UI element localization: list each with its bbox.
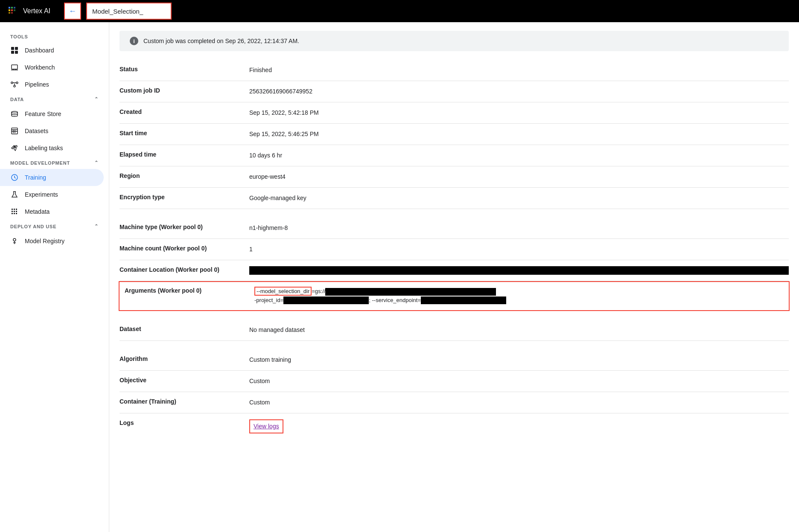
view-logs-link[interactable]: View logs bbox=[249, 419, 283, 433]
machine-type-value: n1-highmem-8 bbox=[249, 224, 789, 233]
deploy-chevron-icon: ⌃ bbox=[94, 224, 99, 229]
sidebar-item-metadata[interactable]: Metadata bbox=[0, 203, 104, 220]
svg-rect-2 bbox=[9, 9, 10, 11]
pipelines-icon bbox=[10, 80, 19, 89]
container-location-value bbox=[249, 266, 789, 275]
custom-job-id-label: Custom job ID bbox=[120, 87, 239, 94]
experiments-label: Experiments bbox=[25, 191, 58, 198]
objective-row: Objective Custom bbox=[120, 371, 789, 392]
created-row: Created Sep 15, 2022, 5:42:18 PM bbox=[120, 102, 789, 124]
container-training-row: Container (Training) Custom bbox=[120, 392, 789, 413]
tools-section-label: TOOLS bbox=[0, 29, 109, 42]
algorithm-row: Algorithm Custom training bbox=[120, 349, 789, 371]
metadata-label: Metadata bbox=[25, 208, 50, 215]
elapsed-time-value: 10 days 6 hr bbox=[249, 151, 789, 160]
svg-rect-27 bbox=[14, 213, 15, 214]
encryption-type-label: Encryption type bbox=[120, 194, 239, 201]
svg-rect-7 bbox=[11, 12, 13, 14]
dashboard-label: Dashboard bbox=[25, 47, 54, 54]
back-button[interactable]: ← bbox=[64, 3, 81, 20]
svg-rect-11 bbox=[15, 51, 18, 54]
datasets-label: Datasets bbox=[25, 128, 48, 134]
sidebar-item-pipelines[interactable]: Pipelines bbox=[0, 76, 104, 93]
container-training-value: Custom bbox=[249, 398, 789, 407]
svg-rect-23 bbox=[12, 211, 13, 212]
sidebar: TOOLS Dashboard Workbench Pipelines DATA… bbox=[0, 22, 109, 532]
svg-rect-28 bbox=[16, 213, 17, 214]
encryption-type-value: Google-managed key bbox=[249, 194, 789, 203]
created-label: Created bbox=[120, 108, 239, 115]
sidebar-item-dashboard[interactable]: Dashboard bbox=[0, 42, 104, 59]
arguments-value: --model_selection_dir=gs:// -project_id=… bbox=[254, 287, 784, 305]
machine-count-value: 1 bbox=[249, 245, 789, 254]
feature-store-icon bbox=[10, 110, 19, 118]
svg-rect-1 bbox=[11, 7, 13, 9]
svg-rect-9 bbox=[15, 47, 18, 50]
status-label: Status bbox=[120, 66, 239, 73]
machine-count-label: Machine count (Worker pool 0) bbox=[120, 245, 239, 252]
info-banner: i Custom job was completed on Sep 26, 20… bbox=[120, 31, 789, 51]
svg-rect-10 bbox=[11, 51, 14, 54]
region-label: Region bbox=[120, 172, 239, 179]
model-registry-label: Model Registry bbox=[25, 238, 64, 244]
sidebar-item-labeling-tasks[interactable]: Labeling tasks bbox=[0, 140, 104, 157]
svg-rect-8 bbox=[11, 47, 14, 50]
sidebar-item-training[interactable]: Training bbox=[0, 169, 104, 186]
deploy-section-header: DEPLOY AND USE ⌃ bbox=[0, 220, 109, 233]
custom-job-id-value: 2563266169066749952 bbox=[249, 87, 789, 96]
container-training-label: Container (Training) bbox=[120, 398, 239, 405]
svg-rect-20 bbox=[12, 209, 13, 210]
main-content: i Custom job was completed on Sep 26, 20… bbox=[109, 22, 799, 532]
sidebar-item-datasets[interactable]: Datasets bbox=[0, 122, 104, 140]
top-header: Vertex AI ← Model_Selection_ bbox=[0, 0, 799, 22]
model-dev-chevron-icon: ⌃ bbox=[94, 160, 99, 166]
svg-rect-4 bbox=[14, 7, 15, 9]
region-value: europe-west4 bbox=[249, 172, 789, 181]
custom-job-id-row: Custom job ID 2563266169066749952 bbox=[120, 81, 789, 102]
svg-rect-24 bbox=[14, 211, 15, 212]
data-chevron-icon: ⌃ bbox=[94, 96, 99, 102]
objective-value: Custom bbox=[249, 377, 789, 386]
svg-rect-17 bbox=[12, 128, 17, 134]
svg-point-18 bbox=[15, 145, 17, 147]
sidebar-item-feature-store[interactable]: Feature Store bbox=[0, 105, 104, 122]
logs-value: View logs bbox=[249, 419, 789, 433]
banner-text: Custom job was completed on Sep 26, 2022… bbox=[143, 38, 299, 44]
encryption-type-row: Encryption type Google-managed key bbox=[120, 188, 789, 209]
arguments-row: Arguments (Worker pool 0) --model_select… bbox=[119, 281, 790, 311]
model-registry-icon bbox=[10, 237, 19, 245]
svg-rect-12 bbox=[12, 65, 17, 69]
dataset-row: Dataset No managed dataset bbox=[120, 320, 789, 341]
algorithm-value: Custom training bbox=[249, 355, 789, 364]
start-time-row: Start time Sep 15, 2022, 5:46:25 PM bbox=[120, 124, 789, 145]
algorithm-label: Algorithm bbox=[120, 355, 239, 362]
created-value: Sep 15, 2022, 5:42:18 PM bbox=[249, 108, 789, 117]
machine-type-row: Machine type (Worker pool 0) n1-highmem-… bbox=[120, 218, 789, 239]
objective-label: Objective bbox=[120, 377, 239, 384]
elapsed-time-row: Elapsed time 10 days 6 hr bbox=[120, 145, 789, 166]
dataset-value: No managed dataset bbox=[249, 326, 789, 334]
sidebar-item-experiments[interactable]: Experiments bbox=[0, 186, 104, 203]
svg-point-13 bbox=[11, 82, 13, 84]
metadata-icon bbox=[10, 207, 19, 216]
logs-label: Logs bbox=[120, 419, 239, 426]
workbench-label: Workbench bbox=[25, 64, 55, 71]
svg-rect-25 bbox=[16, 211, 17, 212]
svg-point-15 bbox=[16, 82, 18, 84]
vertex-ai-logo-icon bbox=[7, 5, 19, 17]
labeling-tasks-label: Labeling tasks bbox=[25, 145, 63, 151]
svg-point-14 bbox=[14, 85, 15, 87]
start-time-label: Start time bbox=[120, 130, 239, 137]
feature-store-label: Feature Store bbox=[25, 110, 61, 117]
svg-rect-0 bbox=[9, 7, 10, 9]
page-title-input: Model_Selection_ bbox=[86, 3, 172, 20]
experiments-icon bbox=[10, 190, 19, 199]
pipelines-label: Pipelines bbox=[25, 81, 49, 88]
svg-rect-6 bbox=[9, 12, 10, 14]
svg-point-29 bbox=[13, 238, 16, 241]
sidebar-item-model-registry[interactable]: Model Registry bbox=[0, 233, 104, 250]
training-label: Training bbox=[25, 174, 46, 181]
sidebar-item-workbench[interactable]: Workbench bbox=[0, 59, 104, 76]
labeling-tasks-icon bbox=[10, 144, 19, 152]
start-time-value: Sep 15, 2022, 5:46:25 PM bbox=[249, 130, 789, 139]
